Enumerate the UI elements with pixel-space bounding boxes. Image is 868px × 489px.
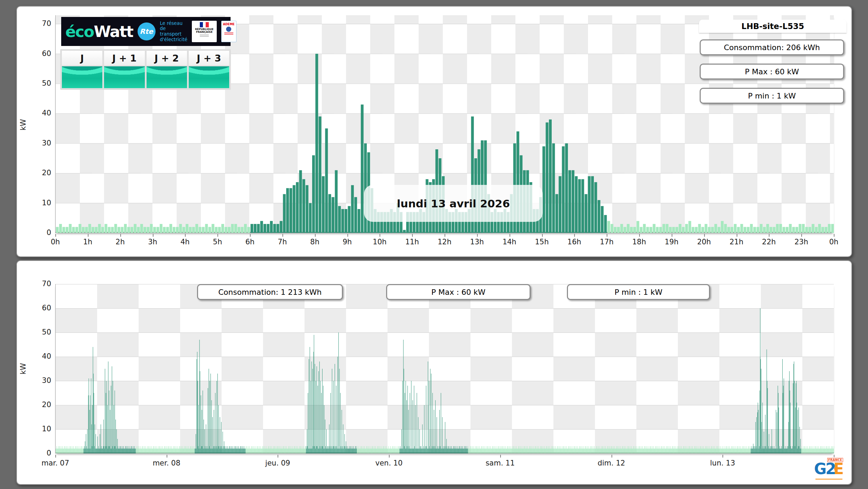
day-button-label: J [62,51,102,65]
day-button-label: J + 3 [189,51,229,65]
ademe-globe-icon [226,27,231,32]
daily-consumption-box: Consommation: 206 kWh [700,39,844,55]
day-button-3[interactable]: J + 3 [189,51,229,88]
day-button-label: J + 1 [104,51,144,65]
daily-pmax-box: P Max : 60 kW [700,64,844,79]
daily-y-axis-title: kW [19,119,27,131]
french-flag-icon [200,22,209,27]
weekly-bars [56,284,834,453]
weekly-chart-card: Consommation: 1 213 kWh P Max : 60 kW P … [16,260,852,485]
daily-pmin-box: P min : 1 kW [700,88,844,104]
daily-chart-card: lundi 13 avril 2026 écoWatt Rte Le résea… [16,6,852,257]
g2e-france-tag: FRANCE [827,458,843,462]
date-tooltip: lundi 13 avril 2026 [364,185,543,222]
ecowatt-day-buttons: JJ + 1J + 2J + 3 [60,49,231,90]
weekly-y-axis-title: kW [19,363,27,375]
day-button-label: J + 2 [147,51,187,65]
ecowatt-signal-green [104,66,144,88]
republique-francaise-badge: RÉPUBLIQUE FRANÇAISE [192,21,217,42]
day-button-1[interactable]: J + 1 [104,51,144,88]
ecowatt-logo: écoWatt [65,24,133,39]
ademe-badge: ADEME [221,21,236,42]
weekly-consumption-box: Consommation: 1 213 kWh [197,284,343,300]
ecowatt-signal-green [147,66,187,88]
dashboard-page: lundi 13 avril 2026 écoWatt Rte Le résea… [0,0,868,489]
day-button-2[interactable]: J + 2 [147,51,187,88]
rte-tagline: Le réseau de transport d'électricité [160,21,187,42]
site-title: LHB-site-L535 [699,20,847,33]
weekly-pmin-box: P min : 1 kW [567,284,710,300]
ecowatt-signal-green [189,66,229,88]
weekly-chart-plot[interactable] [55,284,834,453]
tooltip-date-label: lundi 13 avril 2026 [397,197,510,210]
g2e-logo: FRANCE G2 E [814,457,844,482]
ecowatt-banner: écoWatt Rte Le réseau de transport d'éle… [61,17,231,46]
g2e-tagline-bar [815,479,842,480]
ecowatt-signal-green [62,66,102,88]
rte-logo: Rte [138,22,156,40]
weekly-pmax-box: P Max : 60 kW [386,284,531,300]
day-button-0[interactable]: J [62,51,102,88]
